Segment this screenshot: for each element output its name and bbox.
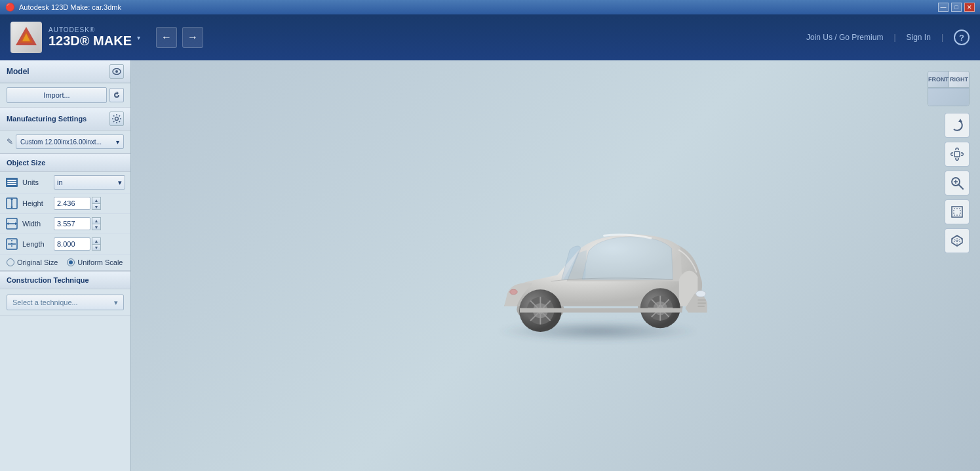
construction-technique-section: Construction Technique Select a techniqu… — [0, 272, 130, 316]
logo-area: AUTODESK® 123D® MAKE — [10, 22, 132, 53]
svg-point-5 — [115, 70, 118, 73]
join-premium-link[interactable]: Join Us / Go Premium — [806, 33, 883, 42]
minimize-button[interactable]: — — [938, 3, 949, 12]
width-icon — [5, 217, 18, 230]
width-decrement[interactable]: ▼ — [92, 224, 101, 230]
svg-point-39 — [510, 289, 517, 295]
units-label: Units — [22, 178, 50, 186]
3d-view-button[interactable] — [945, 228, 970, 253]
model-title: Model — [7, 67, 29, 76]
height-label: Height — [22, 199, 50, 207]
uniform-scale-radio[interactable] — [67, 258, 75, 266]
width-increment[interactable]: ▲ — [92, 217, 101, 224]
length-stepper: ▲ ▼ — [92, 237, 101, 251]
object-size-section: Object Size Units in ▾ — [0, 154, 130, 272]
zoom-button[interactable] — [945, 171, 970, 195]
autodesk-label: AUTODESK® — [49, 26, 132, 33]
manufacturing-title: Manufacturing Settings — [7, 115, 87, 123]
nav-cube-inner: FRONT RIGHT — [928, 71, 970, 106]
svg-rect-30 — [954, 209, 960, 215]
app-header: AUTODESK® 123D® MAKE ▾ ← → Join Us / Go … — [0, 14, 980, 60]
preset-dropdown[interactable]: Custom 12.00inx16.00inxt... ▾ — [16, 134, 124, 149]
original-size-radio[interactable] — [7, 258, 14, 266]
height-decrement[interactable]: ▼ — [92, 203, 101, 210]
height-input-wrap: ▲ ▼ — [54, 197, 125, 210]
car-3d-model — [467, 180, 729, 351]
object-size-title: Object Size — [7, 159, 45, 167]
width-input-wrap: ▲ ▼ — [54, 217, 125, 230]
import-row: Import... — [0, 83, 130, 108]
dropdown-arrow[interactable]: ▾ — [137, 34, 140, 41]
nav-cube-right[interactable]: RIGHT — [949, 72, 969, 87]
length-increment[interactable]: ▲ — [92, 237, 101, 244]
nav-cube[interactable]: FRONT RIGHT — [928, 71, 970, 106]
length-icon — [5, 237, 18, 251]
length-input-wrap: ▲ ▼ — [54, 237, 125, 251]
3d-view-icon — [951, 234, 964, 247]
uniform-scale-label: Uniform Scale — [77, 258, 123, 266]
svg-rect-8 — [7, 180, 16, 181]
header-nav: ← → — [156, 27, 203, 48]
app-logo — [10, 22, 42, 53]
units-input-wrap: in ▾ — [54, 175, 125, 190]
height-increment[interactable]: ▲ — [92, 197, 101, 203]
technique-placeholder: Select a technique... — [12, 298, 78, 306]
rotate-icon — [951, 119, 964, 132]
svg-point-6 — [115, 117, 119, 121]
width-input[interactable] — [54, 217, 90, 230]
preset-label: Custom 12.00inx16.00inxt... — [20, 138, 102, 146]
uniform-scale-option[interactable]: Uniform Scale — [67, 258, 123, 266]
title-bar-text: Autodesk 123D Make: car.3dmk — [19, 3, 121, 11]
pencil-icon: ✎ — [7, 137, 13, 146]
nav-cube-bottom[interactable] — [928, 87, 969, 106]
eye-button[interactable] — [109, 64, 124, 79]
height-stepper: ▲ ▼ — [92, 197, 101, 210]
redo-button[interactable]: → — [182, 27, 203, 48]
height-input[interactable] — [54, 197, 90, 210]
refresh-button[interactable] — [109, 88, 124, 102]
length-decrement[interactable]: ▼ — [92, 244, 101, 251]
length-row: Length ▲ ▼ — [0, 234, 130, 255]
units-icon — [5, 176, 18, 189]
preset-arrow: ▾ — [116, 138, 119, 146]
left-panel: Model Import... Manufacturing Settings — [0, 60, 131, 471]
object-size-header: Object Size — [0, 154, 130, 172]
help-button[interactable]: ? — [954, 30, 970, 45]
original-size-option[interactable]: Original Size — [7, 258, 58, 266]
units-select[interactable]: in ▾ — [54, 175, 125, 190]
scale-options-row: Original Size Uniform Scale — [0, 255, 130, 271]
length-input[interactable] — [54, 237, 90, 251]
technique-dropdown[interactable]: Select a technique... ▾ — [7, 295, 124, 310]
title-bar-left: 🔴 Autodesk 123D Make: car.3dmk — [5, 3, 121, 12]
width-stepper: ▲ ▼ — [92, 217, 101, 230]
preset-row: ✎ Custom 12.00inx16.00inxt... ▾ — [0, 131, 130, 154]
settings-button[interactable] — [109, 112, 124, 126]
main-layout: Model Import... Manufacturing Settings — [0, 60, 980, 471]
close-button[interactable]: ✕ — [964, 3, 975, 12]
make-label: 123D® MAKE — [49, 33, 132, 49]
svg-marker-23 — [958, 119, 962, 122]
sign-in-link[interactable]: Sign In — [907, 33, 931, 42]
fit-view-button[interactable] — [945, 199, 970, 224]
technique-arrow: ▾ — [114, 298, 118, 307]
svg-rect-10 — [7, 184, 16, 185]
pan-icon — [951, 148, 964, 161]
undo-button[interactable]: ← — [156, 27, 177, 48]
viewport[interactable]: FRONT RIGHT — [131, 60, 980, 471]
header-right: Join Us / Go Premium | Sign In | ? — [806, 30, 970, 45]
height-icon — [5, 197, 18, 210]
manufacturing-section: Manufacturing Settings ✎ Custom 12.00inx… — [0, 108, 130, 154]
import-button[interactable]: Import... — [7, 87, 107, 103]
maximize-button[interactable]: □ — [951, 3, 962, 12]
nav-cube-top: FRONT RIGHT — [928, 72, 969, 87]
svg-point-38 — [696, 291, 706, 297]
title-bar: 🔴 Autodesk 123D Make: car.3dmk — □ ✕ — [0, 0, 980, 14]
eye-icon — [112, 68, 121, 75]
nav-cube-front[interactable]: FRONT — [928, 72, 949, 87]
length-label: Length — [22, 240, 50, 248]
width-row: Width ▲ ▼ — [0, 214, 130, 234]
pan-button[interactable] — [945, 142, 970, 167]
right-toolbar — [945, 113, 970, 253]
width-label: Width — [22, 220, 50, 228]
rotate-button[interactable] — [945, 113, 970, 138]
